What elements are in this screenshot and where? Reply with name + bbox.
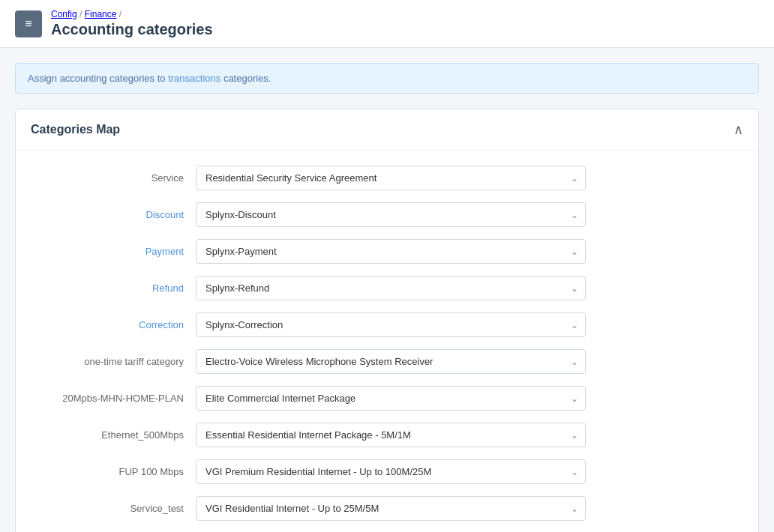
collapse-button[interactable]: ∧ [734,121,743,138]
form-label-ethernet-select: Ethernet_500Mbps [31,429,196,441]
ethernet-select[interactable]: Essential Residential Internet Package -… [196,423,586,447]
breadcrumb: Config / Finance / [51,9,213,19]
form-label-one-time-tariff-select: one-time tariff category [31,356,196,367]
info-banner: Assign accounting categories to transact… [15,63,759,94]
form-row-service-test-select: Service_test VGI Residential Internet - … [31,496,728,521]
select-wrapper-payment-select: Splynx-Payment ⌄ [196,239,586,264]
header-content: Config / Finance / Accounting categories [51,9,213,38]
form-row-fup-select: FUP 100 Mbps VGI Premium Residential Int… [31,459,728,484]
banner-link[interactable]: transactions [168,73,220,84]
form-label-refund-select: Refund [31,282,196,294]
service-select[interactable]: Residential Security Service Agreement [196,166,586,190]
card-body: Service Residential Security Service Agr… [16,151,758,532]
select-wrapper-one-time-tariff-select: Electro-Voice Wireless Microphone System… [196,349,586,374]
banner-text2: categories. [220,73,271,84]
select-wrapper-discount-select: Splynx-Discount ⌄ [196,202,586,227]
select-wrapper-home-plan-select: Elite Commercial Internet Package ⌄ [196,386,586,411]
select-wrapper-service-test-select: VGI Residential Internet - Up to 25M/5M … [196,496,586,521]
form-label-service-test-select: Service_test [31,503,196,514]
header: ≡ Config / Finance / Accounting categori… [0,0,774,48]
breadcrumb-sep2: / [119,9,122,19]
select-wrapper-fup-select: VGI Premium Residential Internet - Up to… [196,459,586,484]
select-wrapper-service-select: Residential Security Service Agreement ⌄ [196,166,586,190]
fup-select[interactable]: VGI Premium Residential Internet - Up to… [196,459,586,484]
payment-select[interactable]: Splynx-Payment [196,239,586,264]
form-label-service-select: Service [31,172,196,184]
form-label-discount-select: Discount [31,209,196,220]
form-row-correction-select: Correction Splynx-Correction ⌄ [31,312,728,337]
correction-select[interactable]: Splynx-Correction [196,312,586,337]
form-row-discount-select: Discount Splynx-Discount ⌄ [31,202,728,227]
breadcrumb-sep1: / [80,9,85,19]
form-label-correction-select: Correction [31,319,196,330]
form-row-refund-select: Refund Splynx-Refund ⌄ [31,276,728,300]
breadcrumb-finance[interactable]: Finance [85,9,117,19]
form-row-ethernet-select: Ethernet_500Mbps Essential Residential I… [31,423,728,447]
header-icon: ≡ [15,10,42,37]
main-content: Assign accounting categories to transact… [0,48,774,532]
card-title: Categories Map [31,123,120,136]
home-plan-select[interactable]: Elite Commercial Internet Package [196,386,586,411]
select-wrapper-ethernet-select: Essential Residential Internet Package -… [196,423,586,447]
one-time-tariff-select[interactable]: Electro-Voice Wireless Microphone System… [196,349,586,374]
form-row-service-select: Service Residential Security Service Agr… [31,166,728,190]
discount-select[interactable]: Splynx-Discount [196,202,586,227]
form-row-payment-select: Payment Splynx-Payment ⌄ [31,239,728,264]
banner-text: Assign accounting categories to [28,73,168,84]
form-label-home-plan-select: 20Mpbs-MHN-HOME-PLAN [31,393,196,404]
refund-select[interactable]: Splynx-Refund [196,276,586,300]
select-wrapper-correction-select: Splynx-Correction ⌄ [196,312,586,337]
breadcrumb-config[interactable]: Config [51,9,77,19]
categories-map-card: Categories Map ∧ Service Residential Sec… [15,109,759,532]
page-title: Accounting categories [51,21,213,38]
menu-icon: ≡ [25,17,32,31]
select-wrapper-refund-select: Splynx-Refund ⌄ [196,276,586,300]
card-header: Categories Map ∧ [16,109,758,151]
service-test-select[interactable]: VGI Residential Internet - Up to 25M/5M [196,496,586,521]
form-row-one-time-tariff-select: one-time tariff category Electro-Voice W… [31,349,728,374]
form-row-home-plan-select: 20Mpbs-MHN-HOME-PLAN Elite Commercial In… [31,386,728,411]
form-label-fup-select: FUP 100 Mbps [31,466,196,477]
form-label-payment-select: Payment [31,246,196,257]
